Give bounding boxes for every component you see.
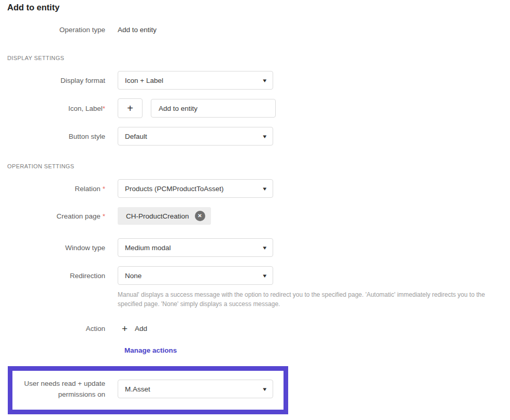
chevron-down-icon: ▾ bbox=[263, 186, 267, 192]
redirection-select[interactable]: None ▾ bbox=[118, 266, 273, 285]
plus-icon: + bbox=[127, 103, 133, 114]
operation-config-page: Add to entity Operation type Add to enti… bbox=[0, 0, 510, 420]
icon-picker-button[interactable]: + bbox=[118, 98, 143, 118]
window-type-row: Window type Medium modal ▾ bbox=[0, 238, 510, 257]
button-style-select[interactable]: Default ▾ bbox=[118, 127, 273, 146]
window-type-selected-value: Medium modal bbox=[125, 244, 171, 252]
icon-label-row: Icon, Label* + bbox=[0, 98, 510, 118]
page-title: Add to entity bbox=[7, 2, 510, 12]
action-label: Action bbox=[7, 324, 105, 333]
button-style-row: Button style Default ▾ bbox=[0, 127, 510, 146]
window-type-select[interactable]: Medium modal ▾ bbox=[118, 238, 273, 257]
button-style-selected-value: Default bbox=[125, 133, 147, 140]
chevron-down-icon: ▾ bbox=[263, 134, 267, 139]
required-asterisk: * bbox=[103, 185, 105, 193]
permissions-selected-value: M.Asset bbox=[125, 385, 150, 393]
manage-actions-link[interactable]: Manage actions bbox=[124, 346, 177, 354]
creation-page-chip: CH-ProductCreation ✕ bbox=[118, 207, 211, 225]
operation-type-row: Operation type Add to entity bbox=[0, 25, 510, 34]
permissions-highlight-box: User needs read + update permissions on … bbox=[8, 366, 288, 414]
display-format-select[interactable]: Icon + Label ▾ bbox=[118, 71, 273, 90]
operation-type-label: Operation type bbox=[7, 25, 105, 34]
relation-label: Relation bbox=[75, 185, 101, 193]
display-settings-heading: DISPLAY SETTINGS bbox=[7, 55, 510, 62]
required-asterisk: * bbox=[103, 212, 105, 220]
display-format-label: Display format bbox=[7, 76, 105, 85]
action-row: Action + Add bbox=[0, 324, 510, 334]
icon-label-label: Icon, Label bbox=[68, 105, 103, 112]
operation-settings-heading: OPERATION SETTINGS bbox=[7, 163, 510, 170]
chevron-down-icon: ▾ bbox=[263, 386, 267, 392]
permissions-row: User needs read + update permissions on … bbox=[12, 378, 284, 400]
chevron-down-icon: ▾ bbox=[263, 78, 267, 83]
redirection-row: Redirection None ▾ bbox=[0, 266, 510, 285]
creation-page-chip-text: CH-ProductCreation bbox=[126, 212, 189, 220]
chevron-down-icon: ▾ bbox=[263, 245, 267, 251]
permissions-select[interactable]: M.Asset ▾ bbox=[118, 380, 273, 398]
display-format-row: Display format Icon + Label ▾ bbox=[0, 71, 510, 90]
creation-page-label: Creation page bbox=[56, 212, 101, 220]
plus-icon: + bbox=[122, 324, 128, 334]
close-icon[interactable]: ✕ bbox=[195, 211, 205, 221]
redirection-help-text: Manual' displays a success message with … bbox=[118, 290, 487, 309]
label-text-input[interactable] bbox=[151, 99, 276, 118]
add-action-button[interactable]: + Add bbox=[122, 324, 147, 334]
redirection-label: Redirection bbox=[7, 271, 105, 280]
required-asterisk: * bbox=[103, 105, 105, 112]
add-action-button-label: Add bbox=[135, 325, 147, 332]
relation-row: Relation* Products (PCMProductToAsset) ▾ bbox=[0, 179, 510, 198]
relation-select[interactable]: Products (PCMProductToAsset) ▾ bbox=[118, 179, 273, 198]
redirection-selected-value: None bbox=[125, 272, 141, 280]
chevron-down-icon: ▾ bbox=[263, 273, 267, 279]
operation-type-value: Add to entity bbox=[118, 26, 157, 34]
window-type-label: Window type bbox=[7, 243, 105, 252]
button-style-label: Button style bbox=[7, 132, 105, 141]
relation-selected-value: Products (PCMProductToAsset) bbox=[125, 185, 224, 193]
permissions-label: User needs read + update permissions on bbox=[12, 378, 105, 400]
creation-page-row: Creation page* CH-ProductCreation ✕ bbox=[0, 207, 510, 225]
display-format-selected-value: Icon + Label bbox=[125, 77, 163, 84]
